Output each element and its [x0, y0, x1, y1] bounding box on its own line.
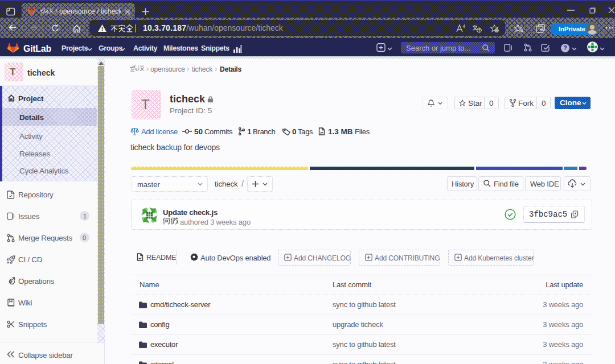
svg-text:?: ? [563, 45, 567, 51]
